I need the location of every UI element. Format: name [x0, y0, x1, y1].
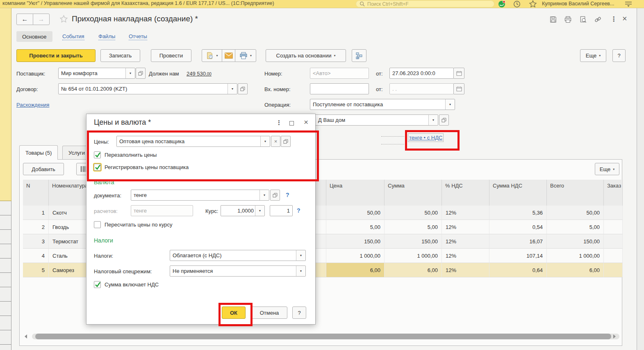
- incoming-number-field[interactable]: [310, 83, 369, 94]
- history-icon[interactable]: [513, 0, 521, 8]
- notifications-icon[interactable]: [498, 0, 505, 8]
- cell-vat[interactable]: 12%: [442, 220, 489, 234]
- cell-sum[interactable]: 1 000,00: [385, 249, 442, 263]
- cell-price[interactable]: 1 000,00: [326, 249, 385, 263]
- dropdown-button[interactable]: ▾: [259, 190, 269, 200]
- cell-price[interactable]: 6,00: [326, 263, 385, 277]
- more-button[interactable]: Еще▾: [580, 49, 606, 62]
- tab-main[interactable]: Основное: [16, 31, 52, 42]
- owed-amount-link[interactable]: 249 530,00: [187, 71, 212, 77]
- cell-sum[interactable]: 5,00: [385, 220, 442, 234]
- dropdown-button[interactable]: ▾: [125, 68, 135, 78]
- more-dots-icon[interactable]: ⋮: [610, 15, 617, 23]
- cell-n[interactable]: 3: [23, 234, 49, 249]
- cell-n[interactable]: 1: [23, 206, 49, 220]
- cell-order[interactable]: [604, 263, 623, 277]
- nav-forward-button[interactable]: →: [33, 14, 50, 25]
- price-type-open-button[interactable]: [281, 136, 291, 147]
- cell-order[interactable]: [604, 206, 623, 220]
- print-icon[interactable]: [564, 16, 572, 23]
- incoming-date-field[interactable]: . .: [389, 83, 454, 94]
- print-menu-button[interactable]: ▾: [235, 49, 256, 62]
- scroll-right-arrow[interactable]: [613, 334, 616, 339]
- tab-goods[interactable]: Товары (5): [19, 145, 58, 160]
- cell-n[interactable]: 5: [23, 263, 49, 277]
- cell-vat_sum[interactable]: 5,36: [489, 206, 547, 220]
- supplier-open-button[interactable]: [136, 68, 146, 79]
- scroll-left-arrow[interactable]: [25, 334, 27, 339]
- cell-order[interactable]: [604, 220, 623, 234]
- contract-open-button[interactable]: [238, 83, 248, 94]
- search-input[interactable]: Поиск Ctrl+Shift+F: [356, 0, 494, 7]
- doc-currency-open-button[interactable]: [270, 190, 280, 201]
- cell-sum[interactable]: 50,00: [385, 206, 442, 220]
- send-email-button[interactable]: [222, 49, 235, 62]
- tab-files[interactable]: Файлы: [98, 33, 115, 40]
- tab-reports[interactable]: Отчеты: [129, 33, 147, 40]
- doc-currency-combobox[interactable]: тенге ▾: [131, 190, 269, 201]
- user-menu[interactable]: Куприянов Василий Сергеев...: [542, 1, 615, 7]
- favorite-star-icon[interactable]: [59, 15, 68, 23]
- cell-sum[interactable]: 150,00: [385, 234, 442, 249]
- cell-n[interactable]: 4: [23, 249, 49, 263]
- dropdown-button[interactable]: ▾: [296, 250, 305, 261]
- cell-vat_sum[interactable]: 16,07: [489, 234, 547, 249]
- ok-button[interactable]: ОК: [222, 307, 246, 319]
- recalc-prices-checkbox[interactable]: [94, 221, 101, 228]
- cell-total[interactable]: 5,00: [547, 220, 604, 234]
- cell-total[interactable]: 1 000,00: [547, 249, 604, 263]
- column-header[interactable]: Сумма НДС: [489, 180, 547, 206]
- save-button[interactable]: Записать: [100, 49, 140, 62]
- date-field[interactable]: 27.06.2023 0:00:0: [389, 68, 454, 79]
- cell-total[interactable]: 6,00: [547, 263, 604, 277]
- post-and-close-button[interactable]: Провести и закрыть: [16, 49, 96, 62]
- dropdown-button[interactable]: ▾: [445, 99, 455, 110]
- cell-vat[interactable]: 12%: [442, 249, 489, 263]
- cell-vat[interactable]: 12%: [442, 234, 489, 249]
- operation-combobox[interactable]: Поступление от поставщика ▾: [310, 99, 455, 110]
- dialog-more-dots-icon[interactable]: ⋮: [276, 119, 282, 126]
- cell-price[interactable]: 50,00: [326, 206, 385, 220]
- nav-back-button[interactable]: ←: [16, 14, 33, 25]
- contract-combobox[interactable]: № 654 от 01.01.2009 (KZT) ▾: [58, 83, 237, 94]
- number-field[interactable]: <Авто>: [310, 68, 369, 79]
- cell-vat_sum[interactable]: 0,54: [489, 220, 547, 234]
- dialog-help-button[interactable]: ?: [292, 307, 306, 319]
- dropdown-button[interactable]: ▾: [228, 84, 237, 94]
- help-button[interactable]: ?: [612, 49, 626, 62]
- cell-vat[interactable]: 12%: [442, 263, 489, 277]
- refill-prices-checkbox[interactable]: [94, 151, 101, 158]
- related-documents-button[interactable]: [352, 49, 366, 62]
- cell-order[interactable]: [604, 249, 623, 263]
- discrepancies-link[interactable]: Расхождения: [16, 102, 49, 108]
- create-based-on-button[interactable]: Создать на основании▾: [266, 49, 346, 62]
- preview-icon[interactable]: [579, 16, 587, 23]
- column-header[interactable]: Цена: [326, 180, 385, 206]
- cell-price[interactable]: 5,00: [326, 220, 385, 234]
- cancel-button[interactable]: Отмена: [251, 307, 287, 319]
- rate-multiplier-field[interactable]: 1: [270, 205, 293, 216]
- dropdown-button[interactable]: ▾: [428, 115, 438, 125]
- dialog-maximize-icon[interactable]: [289, 121, 294, 126]
- cell-n[interactable]: 2: [23, 220, 49, 234]
- register-supplier-prices-checkbox[interactable]: [94, 164, 101, 171]
- cell-sum[interactable]: 6,00: [385, 263, 442, 277]
- hscrollbar-thumb[interactable]: [35, 334, 611, 339]
- tab-events[interactable]: События: [62, 33, 84, 40]
- cell-total[interactable]: 50,00: [547, 206, 604, 220]
- date-calendar-button[interactable]: [453, 68, 464, 79]
- column-header[interactable]: Всего: [547, 180, 604, 206]
- cell-total[interactable]: 150,00: [547, 234, 604, 249]
- close-window-icon[interactable]: ×: [622, 14, 627, 23]
- post-button[interactable]: Провести: [151, 49, 191, 62]
- column-header[interactable]: Сумма: [385, 180, 442, 206]
- dropdown-button[interactable]: ▾: [260, 136, 270, 146]
- price-type-clear-button[interactable]: ×: [271, 136, 280, 147]
- dropdown-button[interactable]: ▾: [255, 206, 264, 216]
- doc-currency-help-icon[interactable]: ?: [286, 192, 289, 198]
- link-icon[interactable]: [594, 16, 602, 23]
- favorites-star-icon[interactable]: [529, 0, 537, 8]
- dialog-close-icon[interactable]: ×: [304, 118, 308, 127]
- add-row-button[interactable]: Добавить: [23, 163, 64, 175]
- taxes-combobox[interactable]: Облагается (с НДС) ▾: [170, 250, 306, 261]
